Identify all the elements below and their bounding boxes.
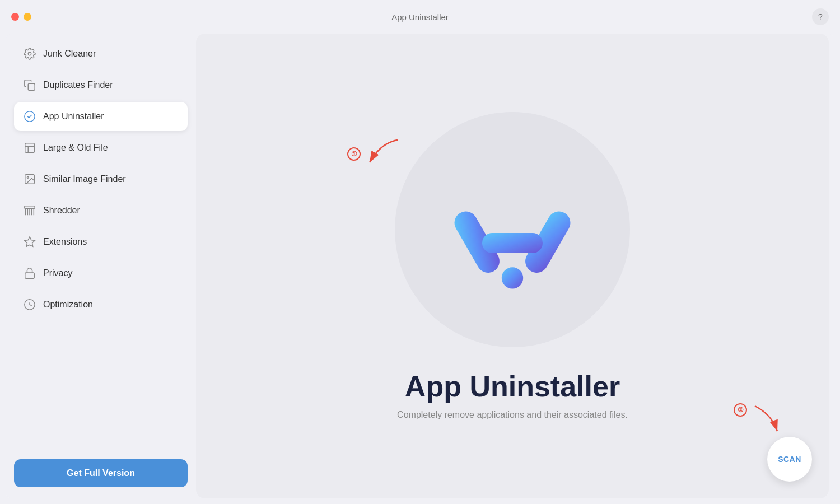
image-icon bbox=[23, 172, 36, 186]
sidebar-item-similar-image-finder[interactable]: Similar Image Finder bbox=[14, 165, 188, 194]
sidebar: Junk Cleaner Duplicates Finder App Unins… bbox=[6, 34, 196, 498]
close-button[interactable] bbox=[11, 13, 19, 21]
sidebar-item-label-duplicates-finder: Duplicates Finder bbox=[43, 80, 113, 90]
main-content-area: ① bbox=[196, 34, 829, 498]
sidebar-item-label-app-uninstaller: App Uninstaller bbox=[43, 111, 104, 122]
annotation-1: ① bbox=[347, 137, 409, 171]
traffic-lights bbox=[11, 13, 31, 21]
sidebar-item-label-extensions: Extensions bbox=[43, 237, 87, 247]
svg-line-10 bbox=[30, 305, 32, 306]
titlebar: App Uninstaller ? bbox=[0, 0, 840, 34]
annotation-arrow-2 bbox=[749, 403, 783, 437]
svg-rect-5 bbox=[25, 206, 35, 209]
annotation-circle-2: ② bbox=[734, 403, 747, 417]
gear-sparkle-icon bbox=[23, 47, 36, 60]
privacy-icon bbox=[23, 267, 36, 280]
annotation-circle-1: ① bbox=[347, 147, 361, 161]
svg-rect-1 bbox=[28, 83, 35, 90]
sidebar-item-label-privacy: Privacy bbox=[43, 268, 72, 278]
svg-rect-2 bbox=[25, 143, 35, 153]
extensions-icon bbox=[23, 235, 36, 249]
svg-marker-6 bbox=[25, 237, 35, 246]
app-uninstaller-logo bbox=[445, 162, 580, 297]
sidebar-item-label-optimization: Optimization bbox=[43, 300, 93, 310]
sidebar-item-label-large-old-file: Large & Old File bbox=[43, 143, 108, 153]
help-button[interactable]: ? bbox=[812, 8, 829, 25]
sidebar-item-label-shredder: Shredder bbox=[43, 206, 80, 216]
file-icon bbox=[23, 141, 36, 155]
main-container: Junk Cleaner Duplicates Finder App Unins… bbox=[6, 34, 834, 498]
appstore-icon bbox=[23, 110, 36, 123]
sidebar-item-duplicates-finder[interactable]: Duplicates Finder bbox=[14, 71, 188, 100]
get-full-version-button[interactable]: Get Full Version bbox=[14, 459, 188, 487]
sidebar-item-label-junk-cleaner: Junk Cleaner bbox=[43, 49, 96, 59]
svg-rect-7 bbox=[25, 273, 35, 278]
scan-button[interactable]: SCAN bbox=[767, 437, 812, 482]
annotation-arrow-1 bbox=[364, 137, 409, 171]
svg-rect-14 bbox=[482, 233, 543, 253]
main-feature-subtitle: Completely remove applications and their… bbox=[397, 410, 628, 420]
app-icon-circle bbox=[395, 112, 630, 347]
svg-point-4 bbox=[27, 176, 29, 178]
sidebar-item-optimization[interactable]: Optimization bbox=[14, 290, 188, 319]
svg-point-15 bbox=[502, 267, 523, 288]
annotation-2: ② bbox=[734, 403, 783, 437]
window-title: App Uninstaller bbox=[391, 12, 449, 22]
scan-button-container: ② SCAN bbox=[767, 437, 812, 482]
duplicate-icon bbox=[23, 78, 36, 92]
sidebar-item-app-uninstaller[interactable]: App Uninstaller bbox=[14, 102, 188, 131]
sidebar-item-large-old-file[interactable]: Large & Old File bbox=[14, 133, 188, 162]
main-feature-title: App Uninstaller bbox=[405, 370, 620, 403]
sidebar-item-junk-cleaner[interactable]: Junk Cleaner bbox=[14, 39, 188, 68]
optimization-icon bbox=[23, 298, 36, 311]
shredder-icon bbox=[23, 204, 36, 217]
minimize-button[interactable] bbox=[24, 13, 31, 21]
sidebar-item-extensions[interactable]: Extensions bbox=[14, 227, 188, 256]
sidebar-item-shredder[interactable]: Shredder bbox=[14, 196, 188, 225]
sidebar-item-privacy[interactable]: Privacy bbox=[14, 259, 188, 288]
sidebar-item-label-similar-image-finder: Similar Image Finder bbox=[43, 174, 126, 184]
svg-point-0 bbox=[28, 52, 31, 55]
